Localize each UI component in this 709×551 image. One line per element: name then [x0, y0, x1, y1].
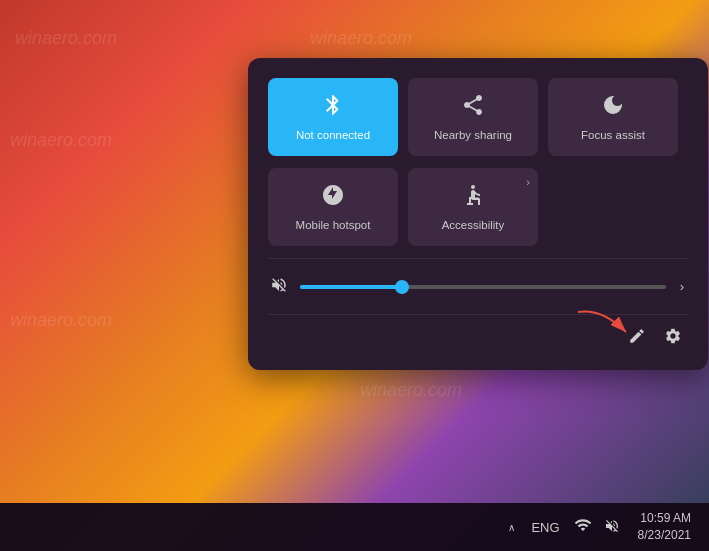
slider-track: [300, 285, 666, 289]
bluetooth-tile[interactable]: Not connected: [268, 78, 398, 156]
moon-icon: [601, 93, 625, 123]
edit-button[interactable]: [622, 323, 652, 354]
taskbar-time: 10:59 AM: [640, 510, 691, 527]
taskbar-chevron-icon[interactable]: ∧: [502, 518, 521, 537]
taskbar-datetime[interactable]: 10:59 AM 8/23/2021: [628, 506, 701, 548]
volume-expand-icon[interactable]: ›: [676, 275, 688, 298]
tiles-row-2: Mobile hotspot › Accessibility: [268, 168, 688, 246]
focus-assist-label: Focus assist: [581, 129, 645, 141]
quick-settings-panel: Not connected Nearby sharing Focus assis…: [248, 58, 708, 370]
nearby-sharing-label: Nearby sharing: [434, 129, 512, 141]
wifi-tethering-icon: [321, 183, 345, 213]
mobile-hotspot-tile[interactable]: Mobile hotspot: [268, 168, 398, 246]
taskbar-date: 8/23/2021: [638, 527, 691, 544]
taskbar: ∧ ENG 10:59 AM 8/23/2021: [0, 503, 709, 551]
volume-row: ›: [268, 269, 688, 304]
slider-fill: [300, 285, 402, 289]
taskbar-right: ∧ ENG 10:59 AM 8/23/2021: [502, 506, 709, 548]
nearby-sharing-tile[interactable]: Nearby sharing: [408, 78, 538, 156]
mobile-hotspot-label: Mobile hotspot: [296, 219, 371, 231]
accessibility-tile[interactable]: › Accessibility: [408, 168, 538, 246]
focus-assist-tile[interactable]: Focus assist: [548, 78, 678, 156]
taskbar-wifi-icon[interactable]: [570, 512, 596, 542]
taskbar-language[interactable]: ENG: [525, 516, 565, 539]
bluetooth-label: Not connected: [296, 129, 370, 141]
bluetooth-icon: [321, 93, 345, 123]
accessibility-icon: [461, 183, 485, 213]
volume-mute-icon[interactable]: [268, 276, 290, 298]
svg-point-0: [471, 185, 475, 189]
volume-slider[interactable]: [300, 285, 666, 289]
tiles-row-1: Not connected Nearby sharing Focus assis…: [268, 78, 688, 156]
bottom-bar: [268, 314, 688, 354]
share-icon: [461, 93, 485, 123]
accessibility-label: Accessibility: [442, 219, 505, 231]
divider: [268, 258, 688, 259]
accessibility-chevron-icon: ›: [526, 176, 530, 188]
settings-button[interactable]: [658, 323, 688, 354]
slider-thumb: [395, 280, 409, 294]
taskbar-volume-icon[interactable]: [600, 514, 624, 541]
